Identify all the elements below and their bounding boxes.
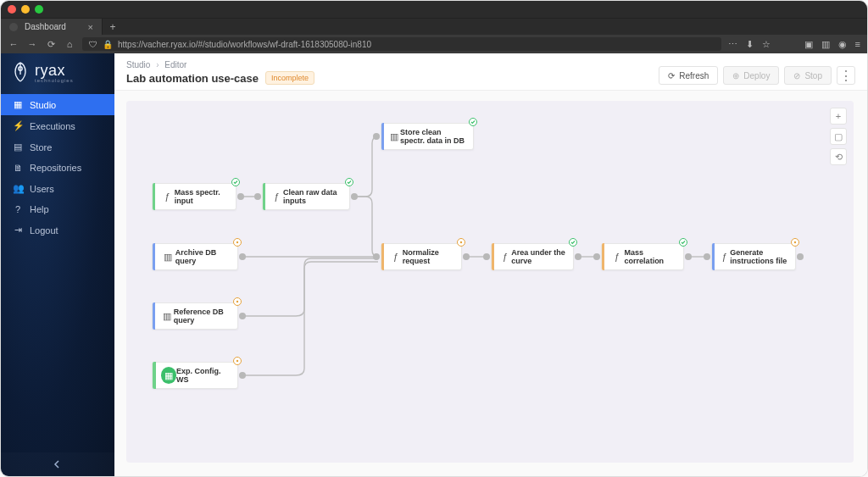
sidebar-item-repositories[interactable]: 🗎 Repositories xyxy=(1,158,114,178)
deploy-button[interactable]: ⊕Deploy xyxy=(723,66,779,85)
port-in[interactable] xyxy=(704,253,710,260)
port-in[interactable] xyxy=(593,253,600,260)
function-icon: ƒ xyxy=(499,248,511,265)
more-actions-button[interactable]: ⋮ xyxy=(837,66,855,85)
tab-close-icon[interactable]: × xyxy=(88,22,93,32)
port-out[interactable] xyxy=(351,193,358,200)
zoom-in-button[interactable]: + xyxy=(830,108,847,125)
svg-point-2 xyxy=(236,301,238,302)
tab-favicon xyxy=(9,23,18,31)
nav-home-icon[interactable]: ⌂ xyxy=(64,39,75,49)
nav-back-icon[interactable]: ← xyxy=(8,39,19,49)
port-out[interactable] xyxy=(575,253,581,260)
sidebar-item-logout[interactable]: ⇥ Logout xyxy=(1,219,114,241)
titlebar xyxy=(1,1,867,18)
port-in[interactable] xyxy=(254,193,261,200)
sidebar-nav: ▦ Studio ⚡ Executions ▤ Store 🗎 Reposito… xyxy=(1,94,114,241)
node-label: Store clean spectr. data in DB xyxy=(400,128,466,146)
sidebar-item-users[interactable]: 👥 Users xyxy=(1,178,114,199)
store-icon: ▤ xyxy=(13,141,23,153)
workflow-canvas[interactable]: ƒ Mass spectr. input ƒ Clean raw data in… xyxy=(126,101,854,463)
port-in[interactable] xyxy=(373,253,380,260)
status-warn-icon xyxy=(791,238,799,247)
toolbar-download-icon[interactable]: ⬇ xyxy=(746,39,754,50)
toolbar-account-icon[interactable]: ◉ xyxy=(838,39,847,50)
node-exp-config-ws[interactable]: ▦ Exp. Config. WS xyxy=(152,362,238,389)
port-in[interactable] xyxy=(373,133,380,140)
port-out[interactable] xyxy=(463,253,470,260)
crumb-studio[interactable]: Studio xyxy=(126,60,150,69)
status-warn-icon xyxy=(457,238,465,247)
refresh-icon: ⟳ xyxy=(668,71,675,80)
history-button[interactable]: ⟲ xyxy=(830,148,847,165)
sidebar-item-executions[interactable]: ⚡ Executions xyxy=(1,115,114,136)
window-max-dot[interactable] xyxy=(35,5,43,14)
function-icon: ƒ xyxy=(160,188,174,205)
function-icon: ƒ xyxy=(609,248,624,265)
port-out[interactable] xyxy=(239,372,246,379)
node-mass-correlation[interactable]: ƒ Mass correlation xyxy=(601,243,684,270)
window-min-dot[interactable] xyxy=(21,5,30,14)
sidebar-item-studio[interactable]: ▦ Studio xyxy=(1,94,114,115)
nav-reload-icon[interactable]: ⟳ xyxy=(45,39,57,50)
sidebar-item-store[interactable]: ▤ Store xyxy=(1,136,114,158)
crumb-editor[interactable]: Editor xyxy=(164,60,186,69)
logo-subtext: technologies xyxy=(35,78,74,83)
port-out[interactable] xyxy=(797,253,804,260)
node-archive-db-query[interactable]: ▥ Archive DB query xyxy=(152,243,238,270)
toolbar-more-icon[interactable]: ⋯ xyxy=(728,39,737,50)
status-warn-icon xyxy=(233,357,242,365)
refresh-button[interactable]: ⟳Refresh xyxy=(659,66,718,85)
port-out[interactable] xyxy=(685,253,692,260)
new-tab-button[interactable]: + xyxy=(103,19,123,35)
status-ok-icon xyxy=(231,178,240,186)
sidebar-item-label: Store xyxy=(30,142,52,153)
toolbar-library-icon[interactable]: ▥ xyxy=(821,39,830,50)
node-generate-instructions[interactable]: ƒ Generate instructions file xyxy=(711,243,796,270)
node-mass-spectr-input[interactable]: ƒ Mass spectr. input xyxy=(152,183,236,210)
port-out[interactable] xyxy=(237,193,244,200)
status-ok-icon xyxy=(345,178,353,186)
sidebar-item-label: Studio xyxy=(30,100,56,110)
port-in[interactable] xyxy=(483,253,490,260)
node-reference-db-query[interactable]: ▥ Reference DB query xyxy=(152,302,238,330)
port-out[interactable] xyxy=(239,253,246,260)
svg-point-4 xyxy=(460,241,462,243)
breadcrumb: Studio › Editor xyxy=(126,60,314,69)
nav-forward-icon[interactable]: → xyxy=(26,39,38,49)
node-area-under-curve[interactable]: ƒ Area under the curve xyxy=(491,243,574,270)
browser-tabstrip: Dashboard × + xyxy=(1,18,867,35)
browser-tab[interactable]: Dashboard × xyxy=(1,19,103,35)
svg-point-5 xyxy=(794,241,796,243)
window-close-dot[interactable] xyxy=(8,5,16,14)
logo-icon xyxy=(11,61,30,83)
stop-icon: ⊘ xyxy=(793,71,800,80)
node-normalize-request[interactable]: ƒ Normalize request xyxy=(381,243,462,270)
toolbar-bookmark-icon[interactable]: ☆ xyxy=(762,39,771,50)
sidebar-item-label: Executions xyxy=(30,121,75,131)
node-label: Archive DB query xyxy=(175,248,231,266)
stop-button[interactable]: ⊘Stop xyxy=(784,66,832,85)
node-label: Generate instructions file xyxy=(730,248,788,266)
brand-logo[interactable]: ryax technologies xyxy=(1,53,114,91)
grid-icon: ▦ xyxy=(13,99,23,110)
browser-window: Dashboard × + ← → ⟳ ⌂ 🛡 🔒 https://vacher… xyxy=(0,0,868,477)
database-icon: ▥ xyxy=(389,128,400,145)
sidebar-collapse-button[interactable] xyxy=(1,452,114,476)
url-bar[interactable]: 🛡 🔒 https://vacher.ryax.io/#/studio/work… xyxy=(82,37,721,51)
node-store-clean-db[interactable]: ▥ Store clean spectr. data in DB xyxy=(381,123,474,150)
node-label: Clean raw data inputs xyxy=(283,188,342,206)
toolbar-pocket-icon[interactable]: ▣ xyxy=(804,39,813,50)
status-warn-icon xyxy=(233,297,242,306)
deploy-icon: ⊕ xyxy=(732,71,739,80)
help-icon: ? xyxy=(13,204,23,214)
toolbar-menu-icon[interactable]: ≡ xyxy=(855,39,860,49)
status-ok-icon xyxy=(569,238,577,247)
sidebar-item-help[interactable]: ? Help xyxy=(1,199,114,219)
node-clean-raw-data[interactable]: ƒ Clean raw data inputs xyxy=(262,183,350,210)
port-out[interactable] xyxy=(239,313,246,319)
function-icon: ƒ xyxy=(720,248,731,265)
fit-view-button[interactable]: ▢ xyxy=(830,128,847,145)
status-ok-icon xyxy=(679,238,687,247)
status-warn-icon xyxy=(233,238,242,247)
